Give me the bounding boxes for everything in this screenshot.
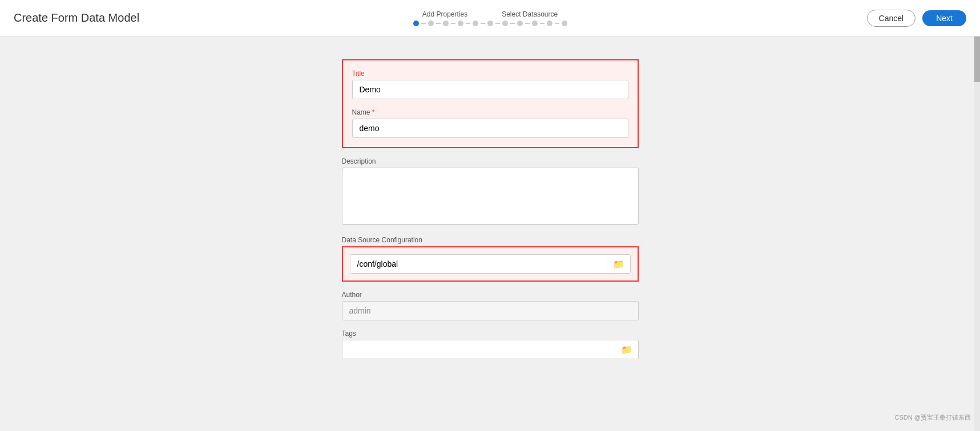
name-field-group: Name <box>352 108 628 138</box>
author-label: Author <box>342 291 639 299</box>
dot-2 <box>428 21 434 26</box>
step2-label: Select Datasource <box>502 10 558 18</box>
dot-3 <box>443 21 449 26</box>
cancel-button[interactable]: Cancel <box>867 10 916 27</box>
title-name-section: Title Name <box>342 59 639 148</box>
tags-input[interactable] <box>342 340 615 359</box>
dot-line-4 <box>466 23 470 24</box>
dot-line-5 <box>481 23 485 24</box>
dot-4 <box>458 21 463 26</box>
description-label: Description <box>342 157 639 165</box>
dot-6 <box>487 21 493 26</box>
scrollbar-thumb[interactable] <box>974 36 980 82</box>
dot-line-2 <box>436 23 441 24</box>
dot-11 <box>562 21 567 26</box>
title-field-group: Title <box>352 70 628 99</box>
datasource-input[interactable] <box>350 255 607 273</box>
dot-line-6 <box>495 23 500 24</box>
dot-line-10 <box>555 23 559 24</box>
name-input[interactable] <box>352 119 628 138</box>
title-label: Title <box>352 70 628 78</box>
description-section: Description <box>342 157 639 227</box>
page-title: Create Form Data Model <box>14 11 139 25</box>
description-textarea[interactable] <box>342 168 639 225</box>
datasource-label: Data Source Configuration <box>342 236 639 244</box>
dot-7 <box>502 21 508 26</box>
dot-8 <box>517 21 523 26</box>
dot-line-7 <box>510 23 515 24</box>
tags-label: Tags <box>342 330 639 338</box>
name-label: Name <box>352 108 628 116</box>
tags-browse-button[interactable]: 📁 <box>615 341 638 359</box>
dot-9 <box>532 21 538 26</box>
watermark: CSDN @贾宝王拳打镇东西 <box>895 413 971 422</box>
datasource-outer: Data Source Configuration 📁 <box>342 236 639 282</box>
dot-line-1 <box>421 23 426 24</box>
next-button[interactable]: Next <box>922 10 966 26</box>
dot-1 <box>413 21 419 26</box>
step1-label: Add Properties <box>422 10 467 18</box>
stepper-labels: Add Properties Select Datasource <box>422 10 558 18</box>
header-actions: Cancel Next <box>867 10 966 27</box>
tags-section: Tags 📁 <box>342 330 639 359</box>
title-input[interactable] <box>352 80 628 99</box>
author-section: Author <box>342 291 639 320</box>
dot-line-9 <box>540 23 545 24</box>
dot-10 <box>547 21 552 26</box>
scrollbar-track <box>974 36 980 431</box>
form-container: Title Name Description Data Source Confi… <box>342 59 639 408</box>
stepper: Add Properties Select Datasource <box>413 10 567 26</box>
header: Create Form Data Model Add Properties Se… <box>0 0 980 36</box>
folder-icon: 📁 <box>613 259 624 269</box>
tags-input-wrapper: 📁 <box>342 340 639 359</box>
datasource-section: 📁 <box>342 246 639 282</box>
main-content: Title Name Description Data Source Confi… <box>0 36 980 431</box>
dot-line-3 <box>451 23 455 24</box>
datasource-browse-button[interactable]: 📁 <box>607 255 630 273</box>
datasource-input-wrapper: 📁 <box>350 254 631 274</box>
dot-line-8 <box>525 23 530 24</box>
folder-icon-tags: 📁 <box>621 345 632 355</box>
author-input <box>342 301 639 320</box>
stepper-dots <box>413 21 567 26</box>
dot-5 <box>473 21 478 26</box>
